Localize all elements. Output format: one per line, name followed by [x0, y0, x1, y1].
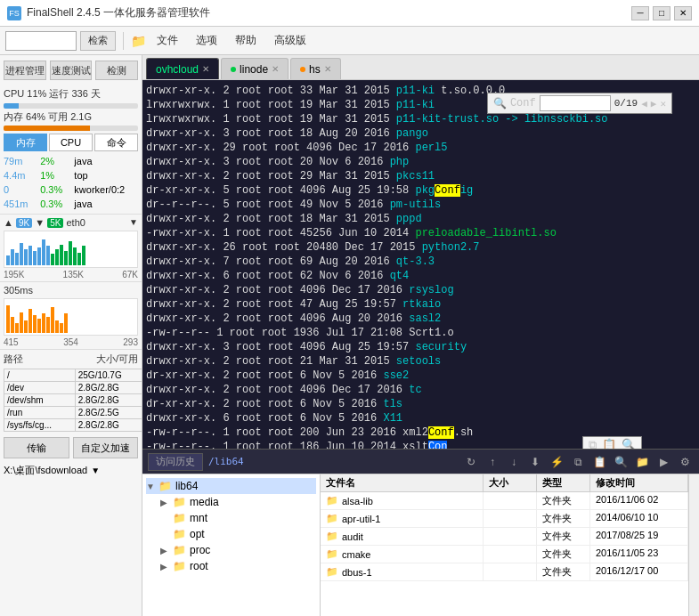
paste-icon[interactable]: 📋	[602, 439, 616, 449]
list-item[interactable]: 📁 audit 文件夹 2017/08/25 19	[321, 528, 688, 546]
process-manager-button[interactable]: 进程管理	[4, 61, 46, 80]
tree-item-opt[interactable]: 📁 opt	[146, 526, 316, 542]
mem-bar	[4, 126, 138, 131]
paste-tb-icon[interactable]: 📋	[590, 453, 608, 471]
file-tree: ▼ 📁 lib64 ▶ 📁 media 📁 mnt	[142, 474, 321, 616]
download-icon[interactable]: ↓	[505, 453, 523, 471]
file-type: 文件夹	[537, 510, 590, 527]
list-item[interactable]: 📁 alsa-lib 文件夹 2016/11/06 02	[321, 492, 688, 510]
net-iface: eth0	[67, 217, 85, 228]
col-date: 修改时间	[590, 474, 688, 491]
chart-bar-down	[60, 245, 63, 265]
chart-bar-down	[51, 254, 54, 265]
tree-item-root[interactable]: ▶ 📁 root	[146, 558, 316, 574]
tree-item-proc[interactable]: ▶ 📁 proc	[146, 542, 316, 558]
tab-close-icon[interactable]: ✕	[202, 64, 209, 74]
copy-tb-icon[interactable]: ⧉	[569, 453, 587, 471]
highlight-conf: Conf	[435, 184, 460, 197]
refresh-icon[interactable]: ↻	[462, 453, 480, 471]
list-item[interactable]: 📁 apr-util-1 文件夹 2014/06/10 10	[321, 510, 688, 528]
tree-item-media[interactable]: ▶ 📁 media	[146, 494, 316, 510]
copy-icon[interactable]: ⧉	[589, 439, 597, 449]
check-button[interactable]: 检测	[95, 61, 138, 80]
table-row: 79m 2% java	[2, 155, 140, 167]
main-toolbar: 检索 📁 文件 选项 帮助 高级版	[0, 27, 699, 55]
sidebar-tabs: 内存 CPU 命令	[4, 134, 138, 151]
folder-tb-icon[interactable]: 📁	[633, 453, 651, 471]
file-menu[interactable]: 文件	[150, 31, 185, 51]
terminal-line: dr--r--r--. 5 root root 49 Nov 5 2016 pm…	[146, 198, 695, 212]
file-list-header: 文件名 大小 类型 修改时间	[321, 474, 688, 492]
terminal-line: drwxr-xr-x. 29 root root 4096 Dec 17 201…	[146, 141, 695, 155]
transfer-button[interactable]: 传输	[4, 437, 69, 458]
lightning-icon[interactable]: ⚡	[548, 453, 565, 471]
toolbar-sep-1	[123, 32, 124, 50]
close-button[interactable]: ✕	[674, 6, 692, 20]
search-next-icon[interactable]: ▶	[651, 98, 657, 109]
table-row: /25G/10.7G	[4, 369, 142, 382]
ping-bar	[6, 305, 10, 333]
terminal-line: drwxr-xr-x. 2 root root 18 Mar 31 2015 p…	[146, 212, 695, 226]
ping-bar	[64, 313, 68, 333]
tree-label: opt	[190, 528, 205, 540]
ping-bar	[15, 323, 19, 333]
advanced-menu[interactable]: 高级版	[267, 31, 313, 51]
ping-bar	[55, 320, 59, 333]
net-expand-icon[interactable]: ▼	[129, 217, 138, 227]
tree-expand-icon: ▶	[160, 546, 169, 555]
upload-icon[interactable]: ↑	[484, 453, 501, 471]
file-date: 2016/11/05 23	[590, 546, 688, 563]
visit-history-button[interactable]: 访问历史	[148, 453, 203, 471]
chart-bar	[11, 249, 14, 265]
tree-item-mnt[interactable]: 📁 mnt	[146, 510, 316, 526]
find-icon[interactable]: 🔍	[622, 439, 636, 449]
tab-command[interactable]: 命令	[94, 134, 138, 151]
search-close-icon[interactable]: ✕	[660, 98, 666, 109]
search-button[interactable]: 检索	[80, 31, 116, 51]
tree-expand-icon: ▶	[160, 498, 169, 507]
maximize-button[interactable]: □	[653, 6, 671, 20]
terminal-line: drwxr-xr-x. 2 root root 4096 Dec 17 2016…	[146, 383, 695, 397]
tree-item-lib64[interactable]: ▼ 📁 lib64	[146, 478, 316, 494]
search-tb-icon[interactable]: 🔍	[612, 453, 630, 471]
file-date: 2017/08/25 19	[590, 528, 688, 545]
search-prev-icon[interactable]: ◀	[641, 98, 647, 109]
tree-label: proc	[190, 544, 210, 556]
tree-expand-icon: ▼	[146, 482, 155, 491]
table-row: /run2.8G/2.5G	[4, 407, 142, 419]
tab-close-icon[interactable]: ✕	[272, 64, 279, 74]
ping-label: 305ms	[4, 285, 33, 296]
file-type: 文件夹	[537, 563, 590, 580]
options-menu[interactable]: 选项	[189, 31, 224, 51]
save-icon[interactable]: ⬇	[526, 453, 544, 471]
folder-icon: 📁	[173, 512, 186, 524]
terminal-line: drwxr-xr-x. 2 root root 4096 Aug 20 2016…	[146, 312, 695, 326]
search-input[interactable]	[5, 31, 77, 51]
settings-tb-icon[interactable]: ⚙	[676, 453, 694, 471]
list-item[interactable]: 📁 cmake 文件夹 2016/11/05 23	[321, 546, 688, 563]
search-box-input[interactable]	[540, 95, 611, 111]
col-filename: 文件名	[321, 474, 484, 491]
title-bar: FS FinalShell 2.4.5 一体化服务器管理软件 ─ □ ✕	[0, 0, 699, 27]
cpu-label: CPU 11% 运行 336 天	[0, 85, 142, 102]
table-row: 0 0.3% kworker/0:2	[2, 183, 140, 196]
ping-bar	[51, 307, 54, 333]
tab-memory[interactable]: 内存	[4, 134, 47, 151]
ping-bar	[46, 317, 50, 333]
minimize-button[interactable]: ─	[631, 6, 649, 20]
speed-test-button[interactable]: 速度测试	[50, 61, 93, 80]
file-list: 文件名 大小 类型 修改时间 📁 alsa-lib 文件夹 2016/11/06…	[321, 474, 688, 616]
tree-label: lib64	[175, 480, 198, 492]
terminal[interactable]: 🔍 Conf 0/19 ◀ ▶ ✕ drwxr-xr-x. 2 root roo…	[142, 80, 699, 449]
tab-cpu[interactable]: CPU	[49, 134, 93, 151]
tab-ovhcloud[interactable]: ovhcloud ✕	[146, 58, 219, 79]
path-expand-icon[interactable]: ▼	[91, 466, 100, 475]
file-list-scrollbar[interactable]	[688, 474, 699, 616]
help-menu[interactable]: 帮助	[228, 31, 264, 51]
tab-hs[interactable]: hs ✕	[290, 58, 341, 79]
custom-accel-button[interactable]: 自定义加速	[73, 437, 139, 458]
list-item[interactable]: 📁 dbus-1 文件夹 2016/12/17 00	[321, 563, 688, 581]
tab-close-icon[interactable]: ✕	[324, 64, 331, 74]
tab-linode[interactable]: linode ✕	[221, 58, 289, 79]
play-tb-icon[interactable]: ▶	[654, 453, 672, 471]
